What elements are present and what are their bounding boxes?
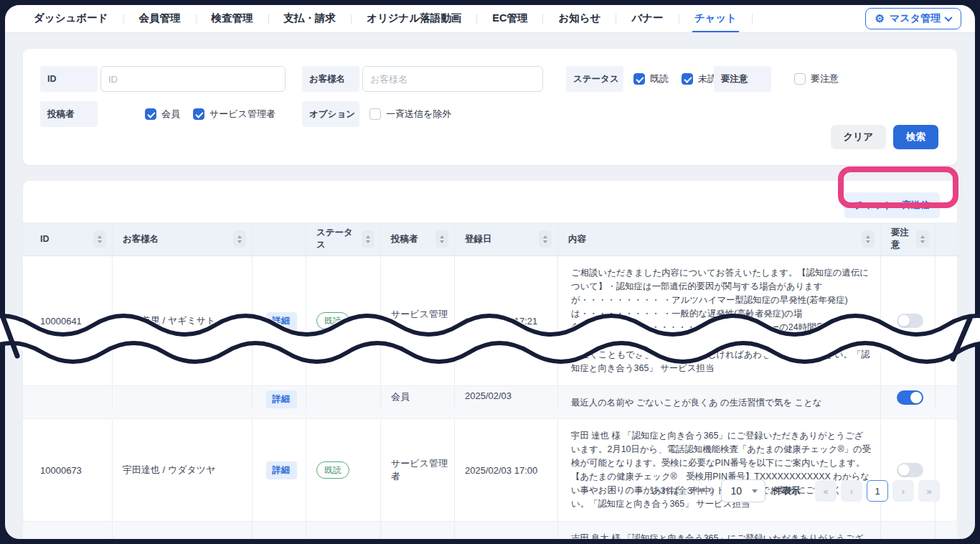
row-poster: 会員 [381,386,455,408]
first-page-button[interactable]: « [815,480,837,502]
row-content: 吉田 良太 様 「認知症と向き合う365」にご登録いただきありがとうございます。… [568,526,875,540]
checkbox-checked-icon [682,73,693,85]
row-id: 10000673 [23,419,113,521]
status-read-label: 既読 [650,72,669,85]
nav-separator [752,14,753,24]
poster-member-checkbox[interactable]: 会員 [145,108,180,121]
row-id: 10000674 [23,522,113,540]
checkbox-checked-icon [193,108,204,120]
caret-down-icon [752,489,758,493]
row-content: 最近人の名前や ごないことが良くあ の生活習慣で気を ことな [568,390,875,416]
checkbox-checked-icon [633,73,645,85]
row-date: 2025/02/03 [455,386,558,408]
sort-customer-icon[interactable] [233,230,246,248]
master-management-button[interactable]: ⚙ マスタ管理 [865,8,961,29]
nav-item-billing[interactable]: 支払・請求 [269,4,352,32]
clear-button[interactable]: クリア [831,125,886,149]
attention-toggle[interactable] [897,390,923,405]
checkbox-checked-icon [145,108,156,120]
nav-item-banner[interactable]: バナー [616,4,678,32]
row-date: 2025/02/03 17:21 [455,256,558,385]
detail-button[interactable]: 詳細 [266,312,297,330]
customer-name-filter-label: お客様名 [302,66,359,92]
sort-id-icon[interactable] [93,230,106,248]
detail-button[interactable]: 詳細 [266,390,297,408]
row-pad [936,386,957,408]
page-size-select[interactable]: 10 [721,479,765,502]
sort-content-icon[interactable] [862,230,875,248]
id-filter-input[interactable] [100,66,286,92]
col-poster-label: 投稿者 [391,233,418,245]
table-row: 10000673 宇田達也 / ウダタツヤ 詳細 既読 サービス管理者 2025… [23,419,957,522]
table-header-row: ID お客様名 ステータス 投稿者 登録日 内容 要注意 [23,222,957,256]
row-poster: サービス管理者 [381,522,455,540]
poster-member-label: 会員 [161,108,180,121]
last-page-button[interactable]: » [918,480,940,502]
nav-item-ec[interactable]: EC管理 [477,4,542,32]
col-status-label: ステータス [316,227,362,251]
row-id: 10000641 [23,256,113,385]
row-content: 宇田 達也 様 「認知症と向き合う365」にご登録いただきありがとうございます。… [568,423,875,517]
search-button[interactable]: 検索 [893,125,938,149]
col-date-label: 登録日 [465,233,492,245]
table-row-partial: 詳細 会員 2025/02/03 最近人の名前や ごないことが良くあ の生活習慣… [23,386,957,419]
table-row: 10000674 吉田良太 / ヨシダリョウタ 詳細 未読 サービス管理者 20… [23,522,957,540]
row-customer [113,386,253,408]
row-poster: サービス管理者 [381,256,455,385]
nav-item-chat[interactable]: チャット [679,4,752,32]
search-filter-panel: ID お客様名 ステータス 既読 未読 要注意 [23,49,957,165]
col-detail-blank [253,222,306,255]
next-page-button[interactable]: › [892,480,914,502]
attention-checkbox[interactable]: 要注意 [794,72,839,85]
row-date: 2025/02/03 16:59 [455,522,558,540]
customer-name-filter-input[interactable] [362,66,543,92]
nav-item-members[interactable]: 会員管理 [124,4,196,32]
status-filter-label: ステータス [566,66,623,92]
status-read-checkbox[interactable]: 既読 [633,72,669,85]
attention-filter-label: 要注意 [714,66,771,92]
status-badge: 既読 [316,312,349,329]
col-attention-label: 要注意 [891,227,916,251]
page-1-button[interactable]: 1 [867,480,888,502]
per-page-label: 件表示 [773,484,801,497]
nav-item-rakugo-videos[interactable]: オリジナル落語動画 [352,4,476,32]
status-unread-checkbox[interactable]: 未読 [682,72,717,85]
checkbox-unchecked-icon [369,108,381,120]
attention-toggle[interactable] [897,463,923,477]
sort-date-icon[interactable] [539,230,552,248]
row-customer: 吉田良太 / ヨシダリョウタ [113,522,253,540]
col-id-label: ID [40,234,50,244]
result-range-text: 1~3件(全3件中) [649,484,714,497]
detail-button[interactable]: 詳細 [266,461,297,479]
poster-service-admin-checkbox[interactable]: サービス管理者 [193,108,275,121]
col-content-label: 内容 [568,233,586,245]
row-id [23,386,113,408]
master-management-label: マスタ管理 [890,12,941,25]
chat-bulk-send-button[interactable]: チャット一斉送信 [844,192,940,218]
nav-items: ダッシュボード 会員管理 検査管理 支払・請求 オリジナル落語動画 EC管理 お… [19,4,753,32]
row-content: ご相談いただきました内容についてお答えいたします。【認知症の遺伝について】・認知… [568,261,875,381]
sort-status-icon[interactable] [362,230,374,248]
table-row: 10000641 八木美里 / ヤギミサト 詳細 既読 サービス管理者 2025… [23,256,957,386]
row-pad [936,256,957,385]
status-badge: 既読 [316,461,349,479]
top-navbar: ダッシュボード 会員管理 検査管理 支払・請求 オリジナル落語動画 EC管理 お… [4,4,976,33]
gear-icon: ⚙ [875,13,885,24]
pagination: 1~3件(全3件中) 10 件表示 « ‹ 1 › » [649,479,940,502]
exclude-broadcast-label: 一斉送信を除外 [386,108,451,121]
nav-item-news[interactable]: お知らせ [543,4,616,32]
id-filter-label: ID [40,66,98,92]
page-size-value: 10 [730,485,742,497]
poster-service-admin-label: サービス管理者 [209,108,275,121]
exclude-broadcast-checkbox[interactable]: 一斉送信を除外 [369,108,451,121]
sort-poster-icon[interactable] [435,230,448,248]
row-customer: 宇田達也 / ウダタツヤ [113,419,253,521]
nav-item-dashboard[interactable]: ダッシュボード [19,4,123,32]
prev-page-button[interactable]: ‹ [841,480,862,502]
attention-toggle[interactable] [897,314,923,328]
row-customer: 八木美里 / ヤギミサト [113,256,253,385]
sort-attention-icon[interactable] [916,230,929,248]
row-date: 2025/02/03 17:00 [455,419,558,521]
row-pad [936,522,957,540]
nav-item-inspection[interactable]: 検査管理 [197,4,268,32]
